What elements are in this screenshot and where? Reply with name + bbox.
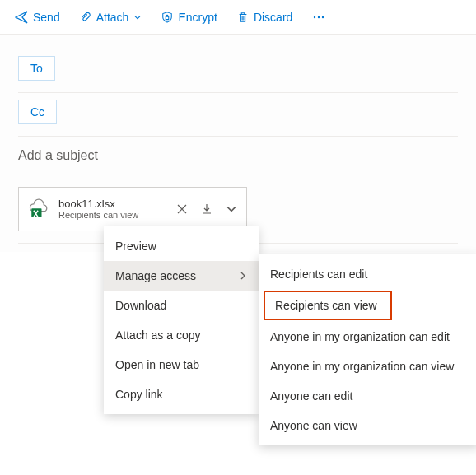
attachment-card[interactable]: book11.xlsx Recipients can view <box>18 187 247 231</box>
compose-area: To Cc book11.xlsx Recipients can view <box>0 35 476 252</box>
attachment-remove[interactable] <box>174 203 190 215</box>
shield-icon <box>161 12 173 23</box>
send-label: Send <box>33 11 60 24</box>
submenu-org-edit[interactable]: Anyone in my organization can edit <box>259 322 476 352</box>
svg-point-2 <box>322 16 324 17</box>
encrypt-button[interactable]: Encrypt <box>153 7 225 27</box>
attachment-name: book11.xlsx <box>58 198 166 211</box>
cc-button[interactable]: Cc <box>18 100 57 124</box>
discard-label: Discard <box>254 11 292 24</box>
attachment-text: book11.xlsx Recipients can view <box>58 198 166 221</box>
submenu-org-view[interactable]: Anyone in my organization can view <box>259 352 476 381</box>
svg-point-1 <box>318 16 320 17</box>
menu-preview[interactable]: Preview <box>104 231 259 261</box>
discard-button[interactable]: Discard <box>229 7 301 27</box>
submenu-recipients-edit[interactable]: Recipients can edit <box>259 259 476 289</box>
send-button[interactable]: Send <box>7 7 68 27</box>
menu-manage-access[interactable]: Manage access <box>104 261 259 291</box>
toolbar: Send Attach Encrypt Discard <box>0 0 476 35</box>
chevron-down-icon <box>133 13 142 21</box>
menu-download[interactable]: Download <box>104 291 259 320</box>
more-button[interactable] <box>304 7 334 27</box>
excel-cloud-icon <box>27 198 50 221</box>
send-icon <box>15 11 28 24</box>
submenu-anyone-edit[interactable]: Anyone can edit <box>259 381 476 411</box>
chevron-right-icon <box>239 269 247 282</box>
submenu-anyone-view[interactable]: Anyone can view <box>259 411 476 440</box>
trash-icon <box>237 12 249 23</box>
attachment-status: Recipients can view <box>58 210 166 221</box>
attachment-download[interactable] <box>198 203 215 215</box>
subject-input[interactable] <box>18 137 458 175</box>
menu-open-new-tab[interactable]: Open in new tab <box>104 350 259 380</box>
attachment-context-menu: Preview Manage access Download Attach as… <box>104 226 259 414</box>
attachment-menu-button[interactable] <box>223 203 240 215</box>
ellipsis-icon <box>312 11 325 24</box>
attach-label: Attach <box>96 11 129 24</box>
to-row: To <box>18 49 458 93</box>
svg-point-0 <box>314 16 315 17</box>
submenu-recipients-view[interactable]: Recipients can view <box>264 291 392 320</box>
attachment-area: book11.xlsx Recipients can view Preview … <box>18 175 458 244</box>
paperclip-icon <box>80 12 91 23</box>
menu-attach-as-copy[interactable]: Attach as a copy <box>104 320 259 350</box>
menu-copy-link[interactable]: Copy link <box>104 380 259 409</box>
encrypt-label: Encrypt <box>178 11 217 24</box>
manage-access-submenu: Recipients can edit Recipients can view … <box>259 254 476 445</box>
attach-button[interactable]: Attach <box>72 7 151 27</box>
cc-row: Cc <box>18 93 458 137</box>
to-button[interactable]: To <box>18 56 55 81</box>
